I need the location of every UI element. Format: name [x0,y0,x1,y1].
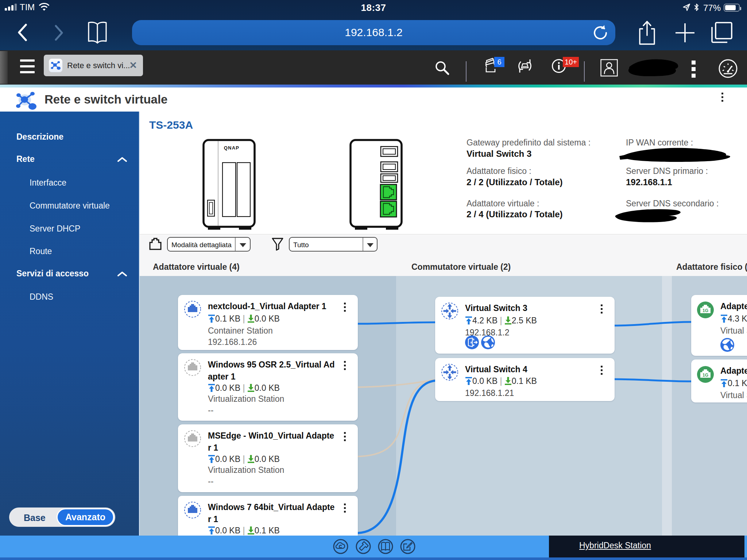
svg-text:QNAP: QNAP [224,145,239,151]
svg-text:1G: 1G [703,308,708,313]
svg-text:1G: 1G [703,373,708,378]
